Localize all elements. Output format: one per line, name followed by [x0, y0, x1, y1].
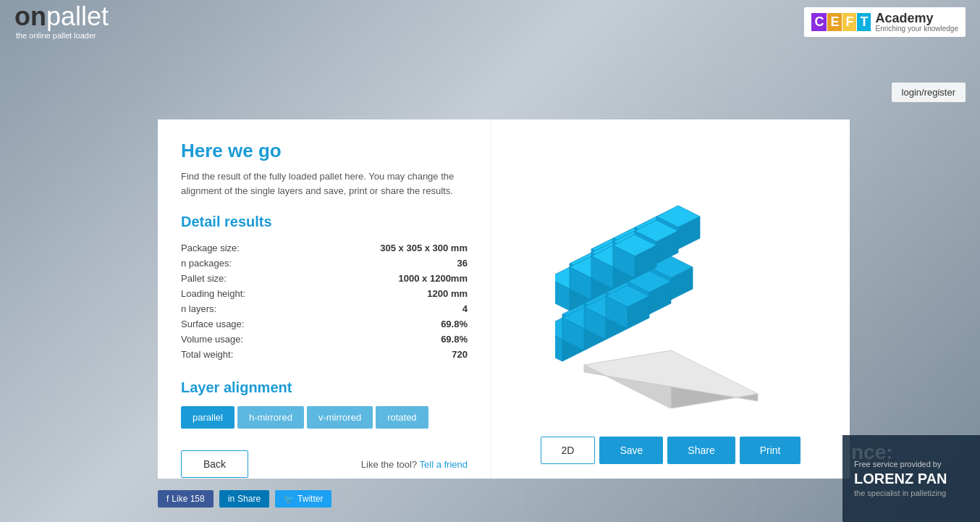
- lorenz-panel: nce: Free service provided by LORENZ PAN…: [842, 435, 980, 522]
- detail-label: Loading height:: [181, 286, 303, 301]
- tw-label: Twitter: [297, 494, 323, 504]
- ceft-f: F: [842, 13, 856, 31]
- fb-icon: f: [166, 494, 169, 504]
- facebook-button[interactable]: f Like 158: [158, 490, 214, 508]
- bottom-actions: Back Like the tool? Tell a friend: [181, 450, 468, 478]
- right-buttons: 2DSaveSharePrint: [506, 437, 835, 464]
- lorenz-sub-text: the specialist in palletizing: [854, 489, 968, 497]
- tell-friend-link[interactable]: Tell a friend: [420, 459, 468, 470]
- ceft-letters: C E F T: [811, 13, 871, 31]
- panel-title: Here we go: [181, 140, 468, 162]
- li-icon: in: [228, 494, 235, 504]
- tw-icon: 🐦: [284, 494, 295, 504]
- detail-value: 305 x 305 x 300 mm: [303, 240, 468, 256]
- share-button[interactable]: Share: [667, 437, 735, 464]
- lorenz-accent: nce:: [851, 441, 893, 464]
- li-label: Share: [237, 494, 261, 504]
- detail-label: Total weight:: [181, 347, 303, 362]
- detail-label: n packages:: [181, 256, 303, 271]
- detail-results-title: Detail results: [181, 214, 468, 230]
- logo-area: onpallet the online pallet loader: [14, 4, 109, 40]
- right-panel: 2DSaveSharePrint: [491, 119, 850, 479]
- detail-row: Package size:305 x 305 x 300 mm: [181, 240, 468, 256]
- detail-row: Surface usage:69.8%: [181, 316, 468, 332]
- logo: onpallet: [14, 4, 109, 30]
- detail-value: 69.8%: [303, 332, 468, 347]
- detail-label: Volume usage:: [181, 332, 303, 347]
- left-panel: Here we go Find the result of the fully …: [158, 119, 491, 479]
- ceft-t: T: [857, 13, 871, 31]
- detail-row: n packages:36: [181, 256, 468, 271]
- detail-row: Volume usage:69.8%: [181, 332, 468, 347]
- layer-alignment-title: Layer alignment: [181, 379, 468, 396]
- ceft-tagline: Enriching your knowledge: [875, 25, 958, 33]
- panel-description: Find the result of the fully loaded pall…: [181, 169, 468, 198]
- save-button[interactable]: Save: [599, 437, 663, 464]
- twitter-button[interactable]: 🐦 Twitter: [275, 490, 331, 508]
- logo-on: on: [14, 1, 46, 31]
- detail-row: Total weight:720: [181, 347, 468, 362]
- detail-value: 4: [303, 301, 468, 316]
- detail-row: n layers:4: [181, 301, 468, 316]
- back-button[interactable]: Back: [181, 450, 248, 478]
- layer-button-v-mirrored[interactable]: v-mirrored: [307, 406, 373, 429]
- detail-label: n layers:: [181, 301, 303, 316]
- ceft-logo: C E F T Academy Enriching your knowledge: [804, 7, 966, 37]
- layer-buttons: parallelh-mirroredv-mirroredrotated: [181, 406, 468, 429]
- visualization-area: [506, 134, 835, 437]
- fb-label: Like 158: [172, 494, 204, 504]
- print-button[interactable]: Print: [740, 437, 801, 464]
- lorenz-name: LORENZ PAN: [854, 471, 968, 486]
- detail-row: Pallet size:1000 x 1200mm: [181, 271, 468, 286]
- detail-value: 720: [303, 347, 468, 362]
- main-content: Here we go Find the result of the fully …: [158, 119, 850, 479]
- detail-label: Package size:: [181, 240, 303, 256]
- tell-friend-text: Like the tool? Tell a friend: [361, 459, 468, 470]
- detail-value: 36: [303, 256, 468, 271]
- layer-button-rotated[interactable]: rotated: [376, 406, 428, 429]
- detail-row: Loading height:1200 mm: [181, 286, 468, 301]
- social-bar: f Like 158 in Share 🐦 Twitter: [158, 490, 331, 508]
- detail-label: Surface usage:: [181, 316, 303, 332]
- pallet-3d-view: [555, 162, 787, 408]
- 2d-button[interactable]: 2D: [541, 437, 596, 464]
- linkedin-button[interactable]: in Share: [219, 490, 269, 508]
- ceft-academy-label: Academy: [875, 12, 958, 25]
- like-tool-text: Like the tool?: [361, 459, 417, 470]
- detail-label: Pallet size:: [181, 271, 303, 286]
- ceft-c: C: [811, 13, 827, 31]
- login-button[interactable]: login/register: [892, 83, 966, 102]
- layer-button-parallel[interactable]: parallel: [181, 406, 235, 429]
- layer-button-h-mirrored[interactable]: h-mirrored: [237, 406, 304, 429]
- detail-value: 1000 x 1200mm: [303, 271, 468, 286]
- logo-pallet: pallet: [46, 1, 109, 31]
- ceft-text: Academy Enriching your knowledge: [875, 12, 958, 33]
- ceft-e: E: [827, 13, 842, 31]
- detail-value: 69.8%: [303, 316, 468, 332]
- logo-tagline: the online pallet loader: [16, 31, 109, 40]
- detail-value: 1200 mm: [303, 286, 468, 301]
- detail-table: Package size:305 x 305 x 300 mmn package…: [181, 240, 468, 362]
